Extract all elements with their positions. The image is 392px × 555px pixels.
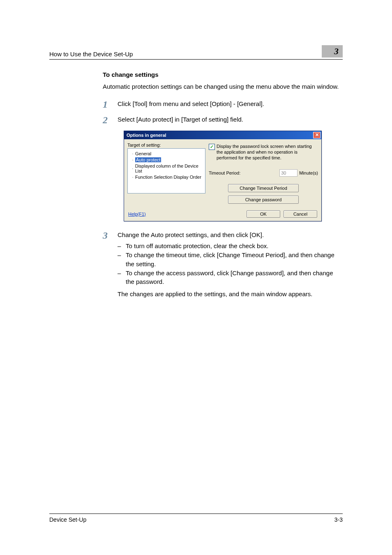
footer-product: Device Set-Up [49,516,86,523]
close-icon[interactable]: ✕ [313,132,321,138]
dialog-title: Options in general [127,133,166,138]
timeout-row: Timeout Period: 30 Minute(s) [209,169,318,177]
tree-item-auto-protect[interactable]: · Auto protect [130,157,205,163]
options-dialog: Options in general ✕ Target of setting: … [124,131,322,221]
ok-button[interactable]: OK [247,210,280,218]
tree-item-label: General [135,151,151,156]
tree-item-label: Auto protect [135,157,161,162]
check-icon: ✓ [210,145,214,149]
step-closing: The changes are applied to the settings,… [118,290,343,299]
dialog-footer: Help(F1) OK Cancel [124,207,321,221]
dash-icon: – [118,269,126,287]
dialog-titlebar: Options in general ✕ [124,131,321,139]
chapter-number: 3 [322,45,343,58]
tree-dot-icon: · [131,175,134,180]
bullet-item: – To turn off automatic protection, clea… [118,242,343,251]
tree-item-general[interactable]: · General [130,151,205,157]
dialog-right-panel: ✓ Display the password lock screen when … [209,143,318,204]
step-number: 3 [103,230,118,299]
step-text: Change the Auto protect settings, and th… [118,230,343,240]
page-footer: Device Set-Up 3-3 [49,514,343,523]
footer-page-number: 3-3 [334,516,343,523]
tree-dot-icon: · [131,166,134,171]
dialog-body: Target of setting: · General · Auto prot… [124,139,321,207]
step-text: Select [Auto protect] in [Target of sett… [118,115,243,125]
bullet-item: – To change the timeout time, click [Cha… [118,251,343,269]
lock-screen-checkbox[interactable]: ✓ [209,144,215,150]
bullet-item: – To change the access password, click [… [118,269,343,287]
dash-icon: – [118,242,126,251]
dialog-screenshot: Options in general ✕ Target of setting: … [103,131,343,221]
section-title: To change settings [103,71,343,78]
timeout-input[interactable]: 30 [279,169,297,177]
tree-item-device-list-columns[interactable]: · Displayed column of the Device List [130,163,205,174]
change-password-button[interactable]: Change password [228,196,299,204]
timeout-unit: Minute(s) [299,170,318,175]
lock-screen-label: Display the password lock screen when st… [217,143,318,161]
tree-label: Target of setting: [127,143,205,147]
timeout-label: Timeout Period: [209,170,240,175]
step-text: Click [Tool] from menu and select [Optio… [118,99,264,109]
page-header: How to Use the Device Set-Up 3 [49,45,343,60]
step-1: 1 Click [Tool] from menu and select [Opt… [103,99,343,109]
dialog-left-panel: Target of setting: · General · Auto prot… [127,143,205,204]
section-intro: Automatic protection settings can be cha… [103,82,343,91]
change-timeout-period-button[interactable]: Change Timeout Period [228,184,299,192]
tree-item-label: Displayed column of the Device List [135,164,204,173]
cancel-button[interactable]: Cancel [284,210,317,218]
tree-dot-icon: · [131,151,134,156]
breadcrumb: How to Use the Device Set-Up [49,51,133,58]
bullet-text: To turn off automatic protection, clear … [126,242,268,251]
step-number: 2 [103,115,118,125]
tree-item-function-order[interactable]: · Function Selection Display Order [130,174,205,180]
tree-dot-icon: · [131,157,134,162]
tree-item-label: Function Selection Display Order [135,175,201,180]
bullet-text: To change the timeout time, click [Chang… [126,251,343,269]
lock-screen-option: ✓ Display the password lock screen when … [209,143,318,161]
setting-tree[interactable]: · General · Auto protect · Displayed col… [127,148,205,193]
step-number: 1 [103,99,118,109]
dash-icon: – [118,251,126,269]
help-link[interactable]: Help(F1) [128,212,146,216]
step-2: 2 Select [Auto protect] in [Target of se… [103,115,343,125]
step-3: 3 Change the Auto protect settings, and … [103,230,343,299]
bullet-text: To change the access password, click [Ch… [126,269,343,287]
